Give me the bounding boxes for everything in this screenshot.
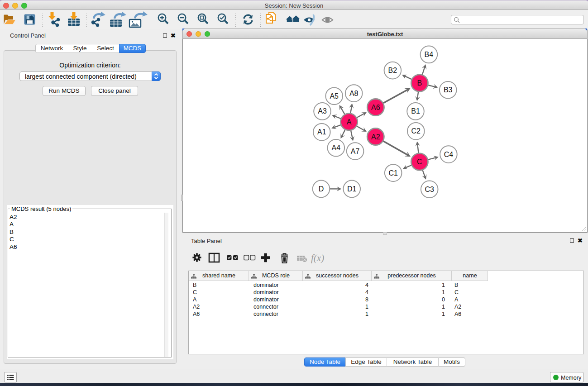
svg-text:A5: A5 bbox=[330, 92, 339, 100]
svg-text:D1: D1 bbox=[347, 185, 357, 193]
svg-text:f(x): f(x) bbox=[311, 253, 324, 263]
svg-text:A7: A7 bbox=[351, 148, 360, 155]
svg-text:A6: A6 bbox=[371, 104, 380, 111]
svg-text:B3: B3 bbox=[444, 86, 453, 94]
svg-text:A2: A2 bbox=[371, 133, 380, 141]
svg-text:C: C bbox=[417, 158, 422, 166]
svg-text:B1: B1 bbox=[411, 107, 420, 115]
svg-text:A: A bbox=[347, 118, 352, 126]
svg-text:A3: A3 bbox=[318, 107, 327, 115]
svg-text:C3: C3 bbox=[425, 186, 434, 193]
svg-text:A8: A8 bbox=[349, 90, 359, 97]
svg-text:C2: C2 bbox=[411, 127, 421, 135]
svg-text:B: B bbox=[417, 79, 422, 87]
svg-text:C4: C4 bbox=[444, 151, 454, 158]
svg-text:C1: C1 bbox=[388, 169, 398, 177]
svg-text:A4: A4 bbox=[332, 144, 341, 152]
svg-text:B2: B2 bbox=[388, 67, 397, 74]
svg-text:D: D bbox=[319, 185, 324, 193]
svg-text:B4: B4 bbox=[425, 51, 434, 58]
svg-text:A1: A1 bbox=[317, 128, 326, 136]
